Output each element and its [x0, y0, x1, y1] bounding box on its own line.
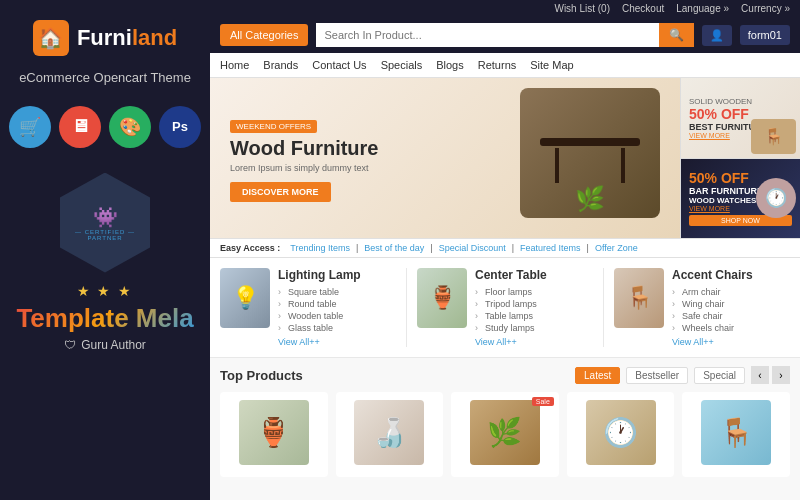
logo-icon: 🏠 — [33, 20, 69, 56]
search-bar: 🔍 — [316, 23, 693, 47]
stars-rating: ★ ★ ★ — [77, 283, 134, 299]
product-card-1[interactable]: 🏺 — [220, 392, 328, 477]
list-item: Table lamps — [475, 310, 593, 322]
list-item: Wing chair — [672, 298, 790, 310]
best-of-day-link[interactable]: Best of the day — [364, 243, 424, 253]
list-item: Square table — [278, 286, 396, 298]
tab-bestseller[interactable]: Bestseller — [626, 367, 688, 384]
accent-chairs-title: Accent Chairs — [672, 268, 790, 282]
hero-side-banners: SOLID WOODEN 50% OFF BEST FURNITURE VIEW… — [680, 78, 800, 238]
center-table-view-all-link[interactable]: View All++ — [475, 337, 593, 347]
header-icons: 👤 form01 — [702, 25, 790, 46]
categories-button[interactable]: All Categories — [220, 24, 308, 46]
cart-icon: 🛒 — [9, 106, 51, 148]
logo-area: 🏠 Furniland — [33, 20, 177, 56]
top-bar: Wish List (0) Checkout Language » Curren… — [210, 0, 800, 17]
top-products-nav: ‹ › — [751, 366, 790, 384]
category-center-table: 🏺 Center Table Floor lamps Tripod lamps … — [417, 268, 593, 347]
tech-icons-row: 🛒 🖥 🎨 Ps — [9, 106, 201, 148]
product-badge-3: Sale — [532, 397, 554, 406]
side-furniture-image: 🪑 — [751, 119, 796, 154]
partner-label: PARTNER — [87, 235, 122, 241]
hero-area: WEEKEND OFFERS Wood Furniture Lorem Ipsu… — [210, 78, 800, 238]
top-products-tabs: Latest Bestseller Special — [575, 367, 745, 384]
category-divider-2 — [603, 268, 604, 347]
list-item: Arm chair — [672, 286, 790, 298]
nav-contact[interactable]: Contact Us — [312, 59, 366, 71]
table-top — [540, 138, 640, 146]
layers-icon: 🎨 — [109, 106, 151, 148]
product-image-3: 🌿 — [470, 400, 540, 465]
tagline: eCommerce Opencart Theme — [19, 68, 191, 88]
nav-blogs[interactable]: Blogs — [436, 59, 464, 71]
table-leg-right — [621, 148, 625, 183]
product-card-4[interactable]: 🕐 — [567, 392, 675, 477]
featured-items-link[interactable]: Featured Items — [520, 243, 581, 253]
nav-returns[interactable]: Returns — [478, 59, 517, 71]
offer-zone-link[interactable]: Offer Zone — [595, 243, 638, 253]
products-grid: 🏺 🍶 Sale 🌿 🕐 🪑 — [220, 392, 790, 477]
lighting-view-all-link[interactable]: View All++ — [278, 337, 396, 347]
list-item: Round table — [278, 298, 396, 310]
tab-special[interactable]: Special — [694, 367, 745, 384]
hex-inner: 👾 — CERTIFIED — PARTNER — [75, 205, 135, 241]
categories-section: 💡 Lighting Lamp Square table Round table… — [210, 258, 800, 358]
easy-access-label: Easy Access : — [220, 243, 280, 253]
hero-side-top-banner: SOLID WOODEN 50% OFF BEST FURNITURE VIEW… — [680, 78, 800, 159]
table-shape — [540, 123, 640, 183]
language-dropdown[interactable]: Language » — [676, 3, 729, 14]
lighting-lamp-content: Lighting Lamp Square table Round table W… — [278, 268, 396, 347]
accent-chairs-content: Accent Chairs Arm chair Wing chair Safe … — [672, 268, 790, 347]
checkout-link[interactable]: Checkout — [622, 3, 664, 14]
easy-access-bar: Easy Access : Trending Items | Best of t… — [210, 238, 800, 258]
center-table-list: Floor lamps Tripod lamps Table lamps Stu… — [475, 286, 593, 334]
hero-subtitle: Lorem Ipsum is simply dummy text — [230, 163, 379, 173]
table-leg-left — [555, 148, 559, 183]
user-account-button[interactable]: form01 — [740, 25, 790, 45]
list-item: Study lamps — [475, 322, 593, 334]
monster-face-icon: 👾 — [93, 205, 118, 229]
logo-text: Furniland — [77, 25, 177, 51]
nav-brands[interactable]: Brands — [263, 59, 298, 71]
hero-furniture-image: 🌿 — [520, 88, 660, 218]
category-lighting-lamp: 💡 Lighting Lamp Square table Round table… — [220, 268, 396, 347]
nav-home[interactable]: Home — [220, 59, 249, 71]
photoshop-icon: Ps — [159, 106, 201, 148]
search-button[interactable]: 🔍 — [659, 23, 694, 47]
list-item: Floor lamps — [475, 286, 593, 298]
special-discount-link[interactable]: Special Discount — [439, 243, 506, 253]
center-table-title: Center Table — [475, 268, 593, 282]
lighting-lamp-title: Lighting Lamp — [278, 268, 396, 282]
product-card-3[interactable]: Sale 🌿 — [451, 392, 559, 477]
badge-area: 👾 — CERTIFIED — PARTNER ★ ★ ★ Template M… — [16, 173, 193, 352]
account-button[interactable]: 👤 — [702, 25, 732, 46]
wishlist-link[interactable]: Wish List (0) — [554, 3, 610, 14]
product-card-5[interactable]: 🪑 — [682, 392, 790, 477]
tab-latest[interactable]: Latest — [575, 367, 620, 384]
solid-wooden-label: SOLID WOODEN — [689, 97, 792, 106]
list-item: Wooden table — [278, 310, 396, 322]
accent-chairs-list: Arm chair Wing chair Safe chair Wheels c… — [672, 286, 790, 334]
product-image-2: 🍶 — [354, 400, 424, 465]
hero-title: Wood Furniture — [230, 137, 379, 159]
search-input[interactable] — [316, 23, 658, 47]
lighting-lamp-list: Square table Round table Wooden table Gl… — [278, 286, 396, 334]
top-products-title: Top Products — [220, 368, 303, 383]
currency-dropdown[interactable]: Currency » — [741, 3, 790, 14]
plant-decoration: 🌿 — [575, 185, 605, 213]
right-panel: Wish List (0) Checkout Language » Curren… — [210, 0, 800, 500]
left-panel: 🏠 Furniland eCommerce Opencart Theme 🛒 🖥… — [0, 0, 210, 500]
accent-chairs-view-all-link[interactable]: View All++ — [672, 337, 790, 347]
category-divider-1 — [406, 268, 407, 347]
nav-sitemap[interactable]: Site Map — [530, 59, 573, 71]
list-item: Glass table — [278, 322, 396, 334]
prev-products-button[interactable]: ‹ — [751, 366, 769, 384]
discover-more-button[interactable]: DISCOVER MORE — [230, 182, 331, 202]
hero-content: WEEKEND OFFERS Wood Furniture Lorem Ipsu… — [230, 115, 379, 202]
product-card-2[interactable]: 🍶 — [336, 392, 444, 477]
trending-items-link[interactable]: Trending Items — [290, 243, 350, 253]
next-products-button[interactable]: › — [772, 366, 790, 384]
shield-icon: 🛡 — [64, 338, 76, 352]
top-products-controls: Latest Bestseller Special ‹ › — [575, 366, 790, 384]
nav-specials[interactable]: Specials — [381, 59, 423, 71]
